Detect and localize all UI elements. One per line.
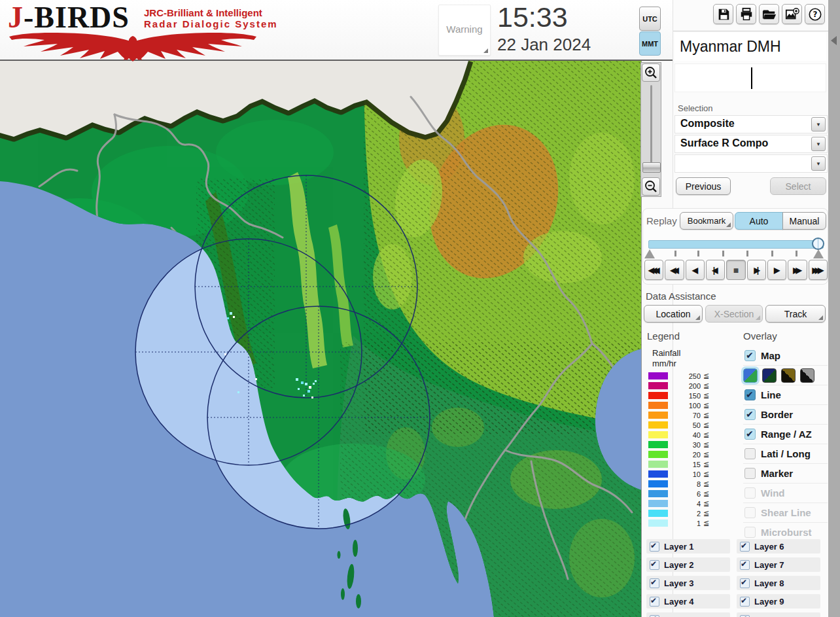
check-icon: ✔: [746, 409, 754, 419]
legend-swatch: [648, 490, 668, 497]
layer-checkbox[interactable]: ✔: [650, 560, 659, 570]
stop-button[interactable]: ■: [726, 260, 745, 280]
panel-collapse-strip: [828, 0, 840, 617]
layer-checkbox[interactable]: ✔: [740, 560, 750, 570]
play-button[interactable]: ▶: [767, 260, 786, 280]
layer-checkbox[interactable]: ✔: [650, 597, 659, 607]
selection-dropdown-2[interactable]: Surface R Compo▼: [674, 135, 828, 153]
manual-button[interactable]: Manual: [782, 212, 826, 230]
legend-suffix: ≦: [703, 421, 709, 429]
legend-swatch: [648, 510, 668, 517]
checkbox-range-az[interactable]: ✔: [744, 429, 756, 440]
layer-checkbox[interactable]: ✔: [650, 615, 659, 617]
collapse-panel-icon[interactable]: [831, 36, 837, 45]
replay-slider-track[interactable]: [648, 240, 824, 249]
map-style-swatch-1[interactable]: [743, 368, 758, 383]
check-icon: ✔: [741, 541, 747, 550]
checkbox-microburst: [744, 527, 756, 538]
layer-checkbox[interactable]: ✔: [740, 615, 750, 617]
add-image-icon[interactable]: [782, 4, 802, 24]
print-icon[interactable]: [736, 4, 756, 24]
layer-row: ✔Layer 3: [646, 576, 730, 590]
chevron-down-icon[interactable]: ▼: [811, 117, 826, 132]
checkbox-marker[interactable]: [744, 468, 756, 479]
auto-button[interactable]: Auto: [735, 212, 783, 230]
check-icon: ✔: [741, 596, 747, 605]
site-name: Myanmar DMH: [674, 33, 826, 61]
legend-swatch: [648, 392, 668, 399]
map-style-swatch-3[interactable]: [781, 368, 796, 383]
legend-value: 70: [671, 412, 701, 419]
overlay-item-label: Microburst: [761, 527, 812, 538]
slider-start-marker[interactable]: [644, 249, 655, 258]
layer-checkbox[interactable]: ✔: [740, 542, 750, 552]
check-icon: ✔: [746, 350, 754, 361]
overlay-item: ✔Border: [743, 404, 828, 424]
zoom-in-icon[interactable]: [642, 63, 660, 82]
overlay-item: Lati / Long: [743, 444, 828, 463]
checkbox-border[interactable]: ✔: [744, 409, 756, 420]
legend-item: 100≦: [644, 400, 709, 410]
previous-button[interactable]: Previous: [676, 177, 731, 195]
zoom-slider-thumb[interactable]: [642, 162, 661, 173]
selection-dropdown-3[interactable]: ▼: [674, 154, 828, 173]
track-button[interactable]: Track: [765, 305, 826, 323]
location-button[interactable]: Location: [644, 305, 703, 323]
overlay-item: ✔Map: [743, 346, 828, 365]
forward-fast-button[interactable]: ▶▶▶: [809, 260, 828, 280]
legend-swatch: [648, 431, 668, 438]
layer-checkbox[interactable]: ✔: [740, 597, 750, 607]
legend-item: 8≦: [644, 479, 709, 489]
check-icon: ✔: [650, 596, 657, 605]
zoom-slider-track[interactable]: [650, 85, 652, 170]
layer-checkbox[interactable]: ✔: [740, 578, 750, 588]
rewind-fast-button[interactable]: ◀◀◀: [644, 260, 663, 280]
chevron-down-icon[interactable]: ▼: [811, 137, 826, 151]
legend-item: 1≦: [644, 518, 709, 528]
legend-suffix: ≦: [703, 440, 709, 449]
warning-button[interactable]: Warning: [438, 5, 491, 56]
play-backward-button[interactable]: ◀: [686, 260, 705, 280]
dropdown-value: Surface R Compo: [680, 137, 768, 149]
forward-button[interactable]: ▶▶: [788, 260, 807, 280]
layer-row: ✔Layer 4: [646, 594, 730, 608]
checkbox-line[interactable]: ✔: [744, 389, 756, 400]
radar-map[interactable]: [0, 61, 641, 617]
timezone-utc-button[interactable]: UTC: [639, 7, 661, 31]
legend-value: 30: [671, 441, 701, 449]
replay-slider-thumb[interactable]: [812, 238, 824, 250]
legend-item: 20≦: [644, 450, 709, 459]
slider-tick: [771, 251, 773, 256]
legend-swatch: [648, 382, 668, 389]
open-folder-icon[interactable]: [759, 4, 779, 24]
legend-value: 15: [671, 461, 701, 468]
legend-item: 250≦: [644, 371, 709, 381]
select-button[interactable]: Select: [770, 177, 826, 195]
zoom-out-icon[interactable]: [642, 177, 660, 196]
bookmark-button[interactable]: Bookmark: [680, 212, 733, 230]
help-icon[interactable]: ?: [805, 4, 825, 24]
map-style-swatch-4[interactable]: [800, 368, 814, 383]
step-back-button[interactable]: |◀: [706, 260, 725, 280]
legend-value: 6: [671, 490, 701, 498]
step-forward-button[interactable]: ▶|: [747, 260, 766, 280]
check-icon: ✔: [650, 541, 657, 550]
legend-item: 30≦: [644, 440, 709, 450]
selection-dropdown-1[interactable]: Composite▼: [674, 115, 828, 133]
save-icon[interactable]: [713, 4, 733, 24]
rewind-button[interactable]: ◀◀: [665, 260, 684, 280]
layer-label: Layer 8: [754, 578, 784, 588]
timezone-mmt-button[interactable]: MMT: [639, 31, 661, 56]
slider-end-marker[interactable]: [813, 249, 824, 258]
check-icon: ✔: [650, 578, 657, 587]
site-input[interactable]: [674, 63, 826, 92]
x-section-button[interactable]: X-Section: [705, 305, 763, 323]
chevron-down-icon[interactable]: ▼: [811, 156, 826, 171]
map-style-swatch-2[interactable]: [762, 368, 777, 383]
checkbox-map[interactable]: ✔: [744, 350, 756, 361]
layer-checkbox[interactable]: ✔: [650, 542, 659, 552]
layer-checkbox[interactable]: ✔: [650, 578, 659, 588]
checkbox-lati-long[interactable]: [744, 448, 756, 459]
layer-row: ✔Layer 8: [737, 576, 820, 590]
data-assistance-label: Data Assistance: [646, 291, 716, 302]
